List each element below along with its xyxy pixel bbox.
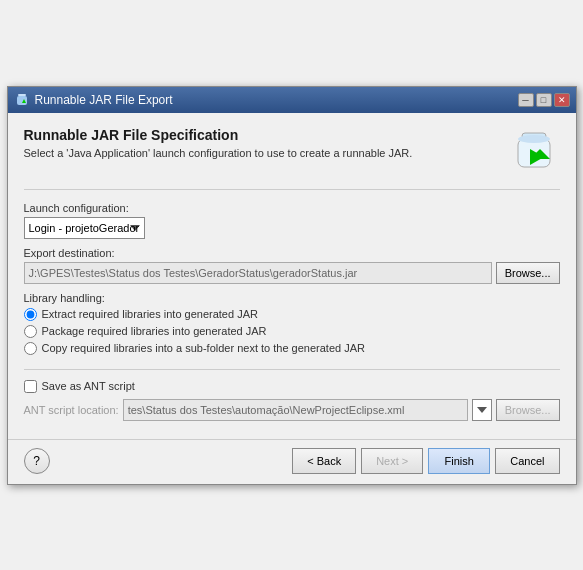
minimize-button[interactable]: ─	[518, 93, 534, 107]
dialog-content: Runnable JAR File Specification Select a…	[8, 113, 576, 431]
launch-config-select[interactable]: Login - projetoGerador	[24, 217, 145, 239]
radio-package-label: Package required libraries into generate…	[42, 325, 267, 337]
footer-buttons: < Back Next > Finish Cancel	[292, 448, 559, 474]
svg-rect-0	[18, 94, 26, 96]
radio-package-input[interactable]	[24, 325, 37, 338]
close-button[interactable]: ✕	[554, 93, 570, 107]
section-divider	[24, 369, 560, 370]
export-dest-label: Export destination:	[24, 247, 560, 259]
next-button[interactable]: Next >	[361, 448, 423, 474]
finish-button[interactable]: Finish	[428, 448, 490, 474]
cancel-button[interactable]: Cancel	[495, 448, 559, 474]
ant-checkbox-row: Save as ANT script	[24, 380, 560, 393]
window-title: Runnable JAR File Export	[35, 93, 173, 107]
title-bar: Runnable JAR File Export ─ □ ✕	[8, 87, 576, 113]
export-dest-input[interactable]: J:\GPES\Testes\Status dos Testes\Gerador…	[24, 262, 492, 284]
header-text: Runnable JAR File Specification Select a…	[24, 127, 413, 159]
ant-location-row: ANT script location: tes\Status dos Test…	[24, 399, 560, 421]
section-title: Runnable JAR File Specification	[24, 127, 413, 143]
library-handling-label: Library handling:	[24, 292, 560, 304]
export-dest-section: Export destination: J:\GPES\Testes\Statu…	[24, 247, 560, 284]
ant-location-browse-button[interactable]: Browse...	[496, 399, 560, 421]
dialog-footer: ? < Back Next > Finish Cancel	[8, 439, 576, 484]
header-section: Runnable JAR File Specification Select a…	[24, 127, 560, 190]
ant-location-dropdown[interactable]	[472, 399, 492, 421]
radio-package[interactable]: Package required libraries into generate…	[24, 325, 560, 338]
maximize-button[interactable]: □	[536, 93, 552, 107]
export-dest-browse-button[interactable]: Browse...	[496, 262, 560, 284]
radio-extract-label: Extract required libraries into generate…	[42, 308, 258, 320]
help-button[interactable]: ?	[24, 448, 50, 474]
launch-config-label: Launch configuration:	[24, 202, 560, 214]
library-radio-group: Extract required libraries into generate…	[24, 308, 560, 355]
radio-extract[interactable]: Extract required libraries into generate…	[24, 308, 560, 321]
ant-location-label: ANT script location:	[24, 404, 119, 416]
radio-copy-input[interactable]	[24, 342, 37, 355]
window-icon	[14, 92, 30, 108]
ant-location-input: tes\Status dos Testes\automação\NewProje…	[123, 399, 468, 421]
ant-script-checkbox[interactable]	[24, 380, 37, 393]
svg-rect-1	[17, 96, 27, 105]
radio-copy[interactable]: Copy required libraries into a sub-folde…	[24, 342, 560, 355]
library-handling-section: Library handling: Extract required libra…	[24, 292, 560, 355]
launch-config-section: Launch configuration: Login - projetoGer…	[24, 202, 560, 239]
ant-script-checkbox-label: Save as ANT script	[42, 380, 135, 392]
back-button[interactable]: < Back	[292, 448, 356, 474]
svg-point-5	[518, 135, 550, 143]
section-subtitle: Select a 'Java Application' launch confi…	[24, 147, 413, 159]
main-window: Runnable JAR File Export ─ □ ✕ Runnable …	[7, 86, 577, 485]
radio-extract-input[interactable]	[24, 308, 37, 321]
header-jar-icon	[508, 127, 560, 179]
radio-copy-label: Copy required libraries into a sub-folde…	[42, 342, 365, 354]
